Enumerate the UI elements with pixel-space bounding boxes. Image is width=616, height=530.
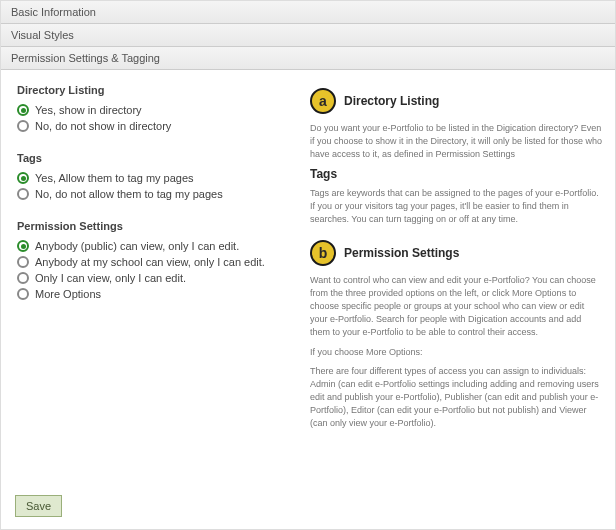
radio-icon [17,240,29,252]
directory-listing-title: Directory Listing [17,84,292,96]
help-text-intro: If you choose More Options: [310,346,603,359]
radio-icon [17,272,29,284]
badge-b-icon: b [310,240,336,266]
perm-option-more[interactable]: More Options [17,288,292,300]
perm-option-public[interactable]: Anybody (public) can view, only I can ed… [17,240,292,252]
perm-option-onlyme[interactable]: Only I can view, only I can edit. [17,272,292,284]
help-head: b Permission Settings [310,240,603,266]
right-column: a Directory Listing Do you want your e-P… [310,84,603,444]
accordion-basic-info[interactable]: Basic Information [1,1,615,24]
directory-option-yes[interactable]: Yes, show in directory [17,104,292,116]
perm-option-school[interactable]: Anybody at my school can view, only I ca… [17,256,292,268]
accordion-visual-styles[interactable]: Visual Styles [1,24,615,47]
badge-a-icon: a [310,88,336,114]
help-title: Directory Listing [344,94,439,108]
radio-icon [17,288,29,300]
tags-option-no[interactable]: No, do not allow them to tag my pages [17,188,292,200]
radio-icon [17,120,29,132]
tags-title: Tags [17,152,292,164]
content-area: Directory Listing Yes, show in directory… [1,70,615,452]
option-label: No, do not allow them to tag my pages [35,188,223,200]
accordion-permission-tagging[interactable]: Permission Settings & Tagging [1,47,615,70]
radio-icon [17,188,29,200]
help-tags-title: Tags [310,167,603,181]
option-label: Yes, show in directory [35,104,142,116]
help-text: Want to control who can view and edit yo… [310,274,603,339]
option-label: No, do not show in directory [35,120,171,132]
help-head: a Directory Listing [310,88,603,114]
help-title: Permission Settings [344,246,459,260]
radio-icon [17,256,29,268]
option-label: More Options [35,288,101,300]
option-label: Anybody (public) can view, only I can ed… [35,240,239,252]
option-label: Yes, Allow them to tag my pages [35,172,194,184]
directory-option-no[interactable]: No, do not show in directory [17,120,292,132]
left-column: Directory Listing Yes, show in directory… [17,84,292,444]
radio-icon [17,104,29,116]
save-button[interactable]: Save [15,495,62,517]
help-text: There are four different types of access… [310,365,603,430]
directory-listing-group: Directory Listing Yes, show in directory… [17,84,292,132]
option-label: Only I can view, only I can edit. [35,272,186,284]
permission-settings-group: Permission Settings Anybody (public) can… [17,220,292,300]
tags-group: Tags Yes, Allow them to tag my pages No,… [17,152,292,200]
help-directory: a Directory Listing Do you want your e-P… [310,88,603,226]
help-permission: b Permission Settings Want to control wh… [310,240,603,430]
settings-page: Basic Information Visual Styles Permissi… [0,0,616,530]
help-text: Do you want your e-Portfolio to be liste… [310,122,603,161]
radio-icon [17,172,29,184]
permission-settings-title: Permission Settings [17,220,292,232]
tags-option-yes[interactable]: Yes, Allow them to tag my pages [17,172,292,184]
help-text: Tags are keywords that can be assigned t… [310,187,603,226]
option-label: Anybody at my school can view, only I ca… [35,256,265,268]
